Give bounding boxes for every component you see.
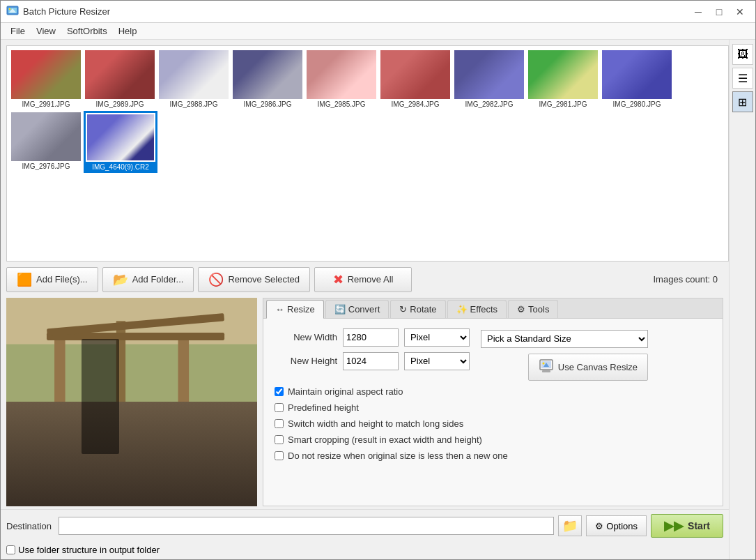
tab-tools[interactable]: ⚙ Tools: [508, 300, 558, 318]
menu-view[interactable]: View: [31, 24, 61, 38]
preview-image: [6, 298, 257, 507]
tabs: ↔ Resize 🔄 Convert ↻ Rotate ✨: [263, 298, 723, 319]
right-sidebar: 🖼 ☰ ⊞: [729, 40, 755, 559]
close-btn[interactable]: ✕: [730, 2, 750, 22]
svg-rect-6: [6, 421, 257, 506]
height-unit-select[interactable]: Pixel Percent Centimeter Inch: [404, 352, 470, 370]
maintain-aspect-label[interactable]: Maintain original aspect ratio: [288, 386, 403, 397]
browse-destination-button[interactable]: 📁: [558, 515, 582, 536]
effects-icon: ✨: [456, 304, 468, 315]
image-strip: IMG_2991.JPG IMG_2989.JPG IMG_2988.JPG I…: [6, 45, 729, 262]
add-folder-button[interactable]: 📂 Add Folder...: [102, 267, 194, 292]
list-item[interactable]: IMG_2981.JPG: [527, 49, 599, 109]
app-icon: [6, 6, 19, 18]
standard-size-select[interactable]: Pick a Standard Size 640 x 480 800 x 600…: [481, 330, 648, 348]
smart-crop-row: Smart cropping (result in exact width an…: [275, 434, 711, 445]
list-item[interactable]: IMG_2984.JPG: [379, 49, 452, 109]
switch-wh-checkbox[interactable]: [275, 419, 284, 428]
list-item[interactable]: IMG_4640(9).CR2: [84, 111, 157, 173]
list-item[interactable]: IMG_2976.JPG: [10, 111, 82, 173]
grid-icon: ⊞: [738, 96, 747, 109]
maintain-aspect-checkbox[interactable]: [275, 387, 284, 396]
destination-label: Destination: [6, 521, 52, 531]
maximize-btn[interactable]: □: [709, 2, 729, 22]
list-item[interactable]: IMG_2988.JPG: [157, 49, 230, 109]
svg-rect-12: [6, 452, 257, 457]
lower-section: ↔ Resize 🔄 Convert ↻ Rotate ✨: [1, 295, 729, 510]
maintain-aspect-row: Maintain original aspect ratio: [275, 386, 711, 397]
svg-rect-16: [99, 421, 110, 452]
use-folder-structure-checkbox[interactable]: [6, 545, 15, 554]
resize-icon: ↔: [275, 304, 284, 315]
list-item[interactable]: IMG_2989.JPG: [84, 49, 156, 109]
list-item[interactable]: IMG_2991.JPG: [10, 49, 82, 109]
image-view-icon: 🖼: [737, 48, 748, 61]
svg-point-3: [9, 8, 10, 9]
image-view-btn[interactable]: 🖼: [732, 44, 753, 65]
predefined-height-label[interactable]: Predefined height: [288, 402, 359, 413]
folder-icon: 📂: [113, 272, 128, 287]
predefined-height-checkbox[interactable]: [275, 403, 284, 412]
no-resize-label[interactable]: Do not resize when original size is less…: [288, 451, 508, 461]
convert-icon: 🔄: [334, 304, 346, 315]
menu-bar: File View SoftOrbits Help: [1, 23, 755, 40]
tab-convert[interactable]: 🔄 Convert: [325, 300, 389, 318]
preview-panel: [6, 298, 257, 507]
svg-rect-14: [6, 476, 257, 480]
no-resize-checkbox[interactable]: [275, 451, 284, 460]
add-files-icon: 🟧: [17, 272, 32, 287]
options-button[interactable]: ⚙ Options: [586, 515, 647, 536]
grid-view-btn[interactable]: ⊞: [732, 91, 753, 112]
left-column: IMG_2991.JPG IMG_2989.JPG IMG_2988.JPG I…: [1, 40, 729, 559]
remove-selected-button[interactable]: 🚫 Remove Selected: [198, 267, 310, 292]
rotate-icon: ↻: [399, 304, 407, 315]
svg-point-15: [97, 402, 112, 422]
menu-softorbits[interactable]: SoftOrbits: [61, 24, 113, 38]
switch-wh-label[interactable]: Switch width and height to match long si…: [288, 418, 463, 429]
tab-content-resize: New Width Pixel Percent Centimeter Inch: [263, 319, 723, 506]
minimize-btn[interactable]: ─: [688, 2, 708, 22]
new-height-input[interactable]: [343, 352, 399, 370]
settings-panel: ↔ Resize 🔄 Convert ↻ Rotate ✨: [263, 298, 723, 507]
svg-line-18: [110, 429, 118, 441]
list-item[interactable]: IMG_2986.JPG: [231, 49, 304, 109]
list-item[interactable]: IMG_2985.JPG: [305, 49, 378, 109]
toolbar: 🟧 Add File(s)... 📂 Add Folder... 🚫 Remov…: [1, 264, 729, 295]
title-bar: Batch Picture Resizer ─ □ ✕: [1, 1, 755, 23]
canvas-resize-icon: [539, 358, 554, 376]
new-width-label: New Width: [275, 332, 337, 342]
svg-rect-13: [6, 464, 257, 469]
menu-help[interactable]: Help: [113, 24, 143, 38]
start-button[interactable]: ▶▶ Start: [651, 514, 723, 538]
tab-effects[interactable]: ✨ Effects: [447, 300, 507, 318]
browse-folder-icon: 📁: [562, 518, 578, 533]
gear-icon: ⚙: [595, 521, 603, 531]
switch-wh-row: Switch width and height to match long si…: [275, 418, 711, 429]
no-resize-row: Do not resize when original size is less…: [275, 451, 711, 461]
new-width-input[interactable]: [343, 328, 399, 347]
svg-rect-26: [542, 370, 550, 372]
smart-crop-label[interactable]: Smart cropping (result in exact width an…: [288, 434, 482, 445]
bottom-bar: Destination 📁 ⚙ Options ▶▶ Start: [1, 509, 729, 542]
add-files-button[interactable]: 🟧 Add File(s)...: [6, 267, 98, 292]
destination-input[interactable]: [59, 517, 554, 535]
main-area: IMG_2991.JPG IMG_2989.JPG IMG_2988.JPG I…: [1, 40, 755, 559]
svg-line-20: [108, 452, 110, 467]
list-item[interactable]: IMG_2980.JPG: [601, 49, 673, 109]
list-item[interactable]: IMG_2982.JPG: [453, 49, 525, 109]
list-view-btn[interactable]: ☰: [732, 68, 753, 89]
use-folder-structure-label[interactable]: Use folder structure in output folder: [18, 545, 160, 555]
predefined-height-row: Predefined height: [275, 402, 711, 413]
images-count: Images count: 0: [654, 274, 718, 285]
tab-rotate[interactable]: ↻ Rotate: [390, 300, 445, 318]
smart-crop-checkbox[interactable]: [275, 435, 284, 444]
tools-icon: ⚙: [517, 304, 525, 315]
app-title: Batch Picture Resizer: [23, 6, 688, 17]
remove-all-button[interactable]: ✖ Remove All: [314, 267, 412, 292]
tab-resize[interactable]: ↔ Resize: [266, 300, 324, 319]
svg-line-17: [89, 429, 99, 441]
start-icon: ▶▶: [664, 518, 684, 533]
menu-file[interactable]: File: [5, 24, 31, 38]
width-unit-select[interactable]: Pixel Percent Centimeter Inch: [404, 328, 470, 347]
canvas-resize-button[interactable]: Use Canvas Resize: [528, 354, 648, 381]
